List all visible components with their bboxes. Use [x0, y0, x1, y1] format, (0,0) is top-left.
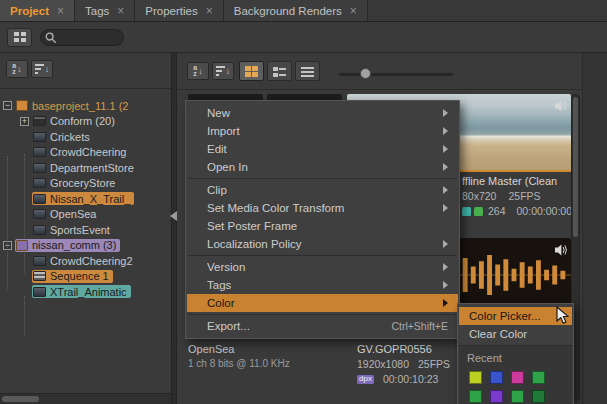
menu-item[interactable]: Version — [187, 258, 458, 276]
tab[interactable]: Background Renders × — [224, 0, 368, 21]
view-list-button[interactable] — [295, 61, 320, 81]
menu-item-accessory — [443, 145, 448, 153]
tab-label: Properties — [145, 5, 197, 17]
tree-item[interactable]: SportsEvent — [0, 222, 171, 238]
menu-item[interactable]: Color — [187, 294, 458, 312]
menu-item-label: New — [207, 107, 443, 119]
tab-close-icon[interactable]: × — [57, 5, 64, 17]
scrollbar-thumb[interactable] — [2, 396, 39, 402]
tree-item-pill: SportsEvent — [32, 223, 114, 236]
arrow-down-icon: ↓ — [226, 67, 231, 76]
grid-view-icon — [245, 66, 258, 77]
tree-item-pill: CrowdCheering — [32, 146, 130, 159]
menu-item[interactable]: Open In — [187, 158, 458, 176]
view-detail-button[interactable] — [267, 61, 292, 81]
menu-item[interactable]: Tags — [187, 276, 458, 294]
zoom-slider-handle[interactable] — [360, 68, 371, 79]
tree-item-label: nissan_comm (3) — [32, 239, 116, 251]
tree-item[interactable]: Nissan_X_Trail_ — [0, 191, 171, 207]
sort-custom-button[interactable]: ↓ — [31, 60, 53, 78]
grid-icon — [14, 32, 26, 42]
bin-tree-panel: az ↓ ↓ baseproject_11.1 (2 — [0, 53, 172, 404]
panel-collapse-arrow-icon[interactable] — [170, 211, 177, 221]
tree-item[interactable]: Crickets — [0, 129, 171, 145]
tree-item-pill: XTrail_Animatic — [32, 285, 131, 298]
menu-item-label: Set Media Color Transform — [207, 202, 443, 214]
tree-guide-line — [24, 154, 25, 274]
offline-master-caption: ffline Master (Clean 80x720 25FPS 264 00… — [462, 175, 572, 217]
clip-icon — [33, 287, 46, 297]
menu-item-label: Tags — [207, 279, 443, 291]
view-mode-buttons — [239, 61, 320, 81]
format-chip: dpx — [357, 375, 374, 384]
tree-item[interactable]: CrowdCheering2 — [0, 253, 171, 269]
sort-alpha-button[interactable]: az ↓ — [6, 60, 28, 78]
menu-item[interactable] — [189, 178, 456, 179]
tab[interactable]: Properties × — [135, 0, 223, 21]
sort-custom-button[interactable]: ↓ — [212, 62, 234, 80]
tab-close-icon[interactable]: × — [117, 5, 124, 17]
menu-item[interactable]: Clip — [187, 181, 458, 199]
color-swatch[interactable] — [532, 371, 545, 384]
search-box[interactable] — [40, 29, 124, 46]
color-swatch[interactable] — [469, 371, 482, 384]
color-swatch[interactable] — [490, 371, 503, 384]
tree-item-pill: GroceryStore — [32, 177, 119, 190]
view-grid-button[interactable] — [239, 61, 264, 81]
expander-icon[interactable] — [20, 117, 29, 126]
search-input[interactable] — [58, 31, 120, 44]
tree-item[interactable]: nissan_comm (3) — [0, 238, 171, 254]
clip-icon — [33, 271, 46, 281]
menu-item-accessory — [443, 240, 448, 248]
menu-item[interactable]: Export... Ctrl+Shift+E — [187, 317, 458, 335]
clip-fps: 25FPS — [508, 190, 540, 202]
tab[interactable]: Tags × — [75, 0, 135, 21]
menu-item[interactable]: New — [187, 104, 458, 122]
format-chips: dpx — [357, 375, 374, 384]
menu-item[interactable]: Edit — [187, 140, 458, 158]
tree-item[interactable]: GroceryStore — [0, 176, 171, 192]
color-swatch[interactable] — [490, 390, 503, 403]
clip-codec: 264 — [488, 205, 506, 217]
menu-item[interactable]: Set Media Color Transform — [187, 199, 458, 217]
tree-item[interactable]: DepartmentStore — [0, 160, 171, 176]
menu-item[interactable] — [189, 314, 456, 315]
tab-close-icon[interactable]: × — [206, 5, 213, 17]
expander-icon[interactable] — [3, 101, 12, 110]
format-chips — [462, 207, 483, 216]
tree-item[interactable]: XTrail_Animatic — [0, 284, 171, 300]
sort-alpha-icon: az — [193, 65, 197, 77]
menu-item-label: Export... — [207, 320, 391, 332]
tree-item[interactable]: baseproject_11.1 (2 — [0, 98, 171, 114]
tree-item[interactable]: OpenSea — [0, 207, 171, 223]
clip-audio-details: 1 ch 8 bits @ 11.0 KHz — [188, 358, 290, 369]
expander-icon[interactable] — [19, 131, 30, 142]
clip-icon — [33, 178, 46, 188]
thumbnail-zoom-slider[interactable] — [339, 73, 453, 76]
menu-item[interactable]: Set Poster Frame — [187, 217, 458, 235]
menu-item[interactable]: Localization Policy — [187, 235, 458, 253]
menu-item[interactable]: Import — [187, 122, 458, 140]
clip-title: ffline Master (Clean — [462, 175, 572, 187]
tab-close-icon[interactable]: × — [350, 5, 357, 17]
sort-alpha-button[interactable]: az ↓ — [187, 62, 209, 80]
detail-view-icon — [273, 66, 286, 77]
clip-icon — [16, 240, 28, 251]
scrollbar-thumb[interactable] — [573, 97, 578, 237]
menu-item-label: Clear Color — [469, 328, 564, 340]
tree-item[interactable]: Sequence 1 — [0, 269, 171, 285]
tree-panel-tools: az ↓ ↓ — [0, 53, 171, 89]
color-swatch[interactable] — [511, 371, 524, 384]
tree-horizontal-scrollbar[interactable] — [0, 393, 171, 404]
color-swatch[interactable] — [469, 390, 482, 403]
color-swatch[interactable] — [511, 390, 524, 403]
clip-resolution: 1920x1080 — [357, 358, 409, 370]
tree-item[interactable]: Conform (20) — [0, 114, 171, 130]
color-swatch[interactable] — [532, 390, 545, 403]
menu-item[interactable] — [189, 255, 456, 256]
clip-icon — [33, 163, 46, 173]
bin-view-button[interactable] — [7, 28, 32, 47]
tree-item[interactable]: CrowdCheering — [0, 145, 171, 161]
tab[interactable]: Project × — [0, 0, 75, 21]
tree-item-label: baseproject_11.1 (2 — [32, 100, 128, 112]
